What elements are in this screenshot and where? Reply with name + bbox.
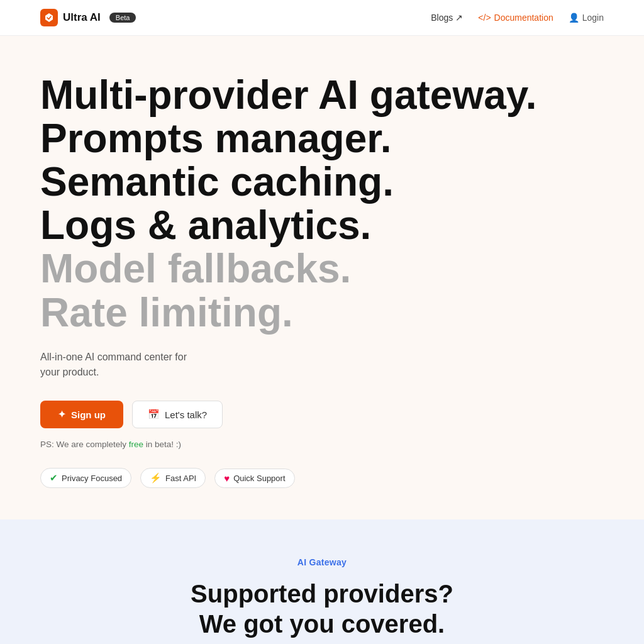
logo-icon — [40, 9, 58, 26]
heart-icon: ♥ — [224, 473, 230, 484]
support-badge: ♥ Quick Support — [214, 469, 294, 488]
privacy-badge: ✔ Privacy Focused — [40, 468, 131, 488]
headline-line1: Multi-provider AI gateway. — [40, 74, 604, 117]
talk-button[interactable]: 📅 Let's talk? — [132, 401, 223, 428]
logo: Ultra AI Beta — [40, 9, 136, 26]
headline-line4: Logs & analytics. — [40, 204, 604, 247]
login-link[interactable]: 👤 Login — [569, 13, 604, 23]
api-badge: ⚡ Fast API — [140, 468, 206, 488]
blogs-link[interactable]: Blogs ↗ — [431, 13, 463, 23]
sparkle-icon: ✦ — [58, 409, 66, 420]
free-notice: PS: We are completely free in beta! :) — [40, 440, 604, 449]
speed-icon: ⚡ — [150, 472, 162, 484]
section-title: Supported providers? We got you covered. — [40, 579, 604, 639]
hero-buttons: ✦ Sign up 📅 Let's talk? — [40, 401, 604, 428]
user-icon: 👤 — [569, 13, 579, 23]
navbar: Ultra AI Beta Blogs ↗ </> Documentation … — [0, 0, 644, 36]
headline-line5: Model fallbacks. — [40, 247, 604, 291]
beta-badge: Beta — [109, 13, 136, 23]
headline-line6: Rate limiting. — [40, 291, 604, 335]
logo-name: Ultra AI — [63, 11, 101, 24]
signup-button[interactable]: ✦ Sign up — [40, 401, 123, 428]
nav-links: Blogs ↗ </> Documentation 👤 Login — [431, 13, 604, 23]
check-icon: ✔ — [50, 472, 58, 484]
hero-headline: Multi-provider AI gateway. Prompts manag… — [40, 74, 604, 335]
section-label: AI Gateway — [40, 557, 604, 567]
hero-badges: ✔ Privacy Focused ⚡ Fast API ♥ Quick Sup… — [40, 468, 604, 488]
external-link-icon: ↗ — [455, 13, 463, 23]
calendar-icon: 📅 — [148, 409, 160, 420]
code-icon: </> — [478, 13, 491, 23]
docs-link[interactable]: </> Documentation — [478, 13, 553, 23]
hero-section: Multi-provider AI gateway. Prompts manag… — [0, 36, 644, 519]
headline-line2: Prompts manager. — [40, 117, 604, 160]
headline-line3: Semantic caching. — [40, 160, 604, 204]
providers-section: AI Gateway Supported providers? We got y… — [0, 519, 644, 644]
hero-subtitle: All-in-one AI command center for your pr… — [40, 350, 604, 381]
logo-svg — [44, 13, 54, 23]
